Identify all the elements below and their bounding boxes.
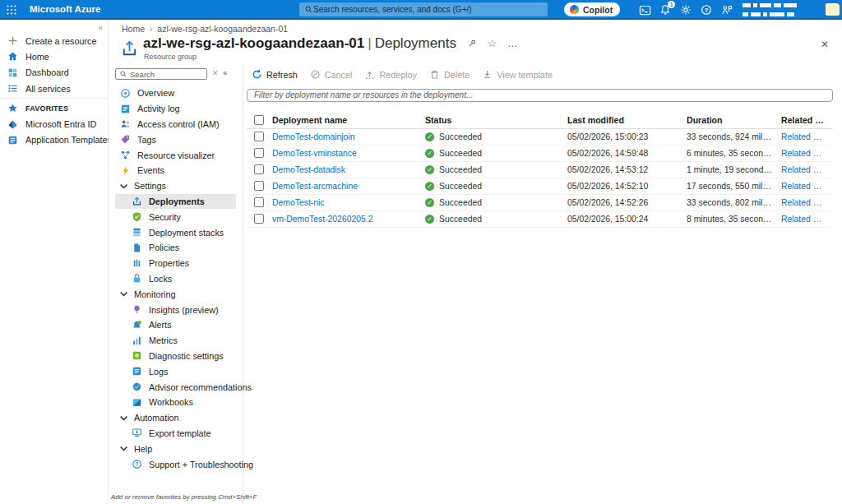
properties-icon xyxy=(132,258,142,269)
cancel-button[interactable]: Cancel xyxy=(310,69,353,80)
user-account-redacted[interactable] xyxy=(743,3,813,16)
notification-badge: 1 xyxy=(668,1,675,8)
cloud-shell-button[interactable] xyxy=(638,3,651,16)
deployment-name-link[interactable]: DemoTest-domainjoin xyxy=(272,132,425,141)
sidebar-item-create-a-resource[interactable]: Create a resource xyxy=(0,33,108,49)
application-templates-icon xyxy=(7,135,18,146)
related-events-link[interactable]: Related events xyxy=(781,198,833,207)
menu-search[interactable] xyxy=(115,68,207,80)
more-options-icon[interactable]: … xyxy=(507,39,518,49)
copilot-button[interactable]: Copilot xyxy=(564,2,620,16)
menu-item-alerts[interactable]: Alerts xyxy=(115,317,236,333)
row-checkbox[interactable] xyxy=(254,181,264,191)
menu-item-export-template[interactable]: Export template xyxy=(115,426,236,442)
collapse-sidebar-icon[interactable]: « xyxy=(98,23,103,32)
menu-item-metrics[interactable]: Metrics xyxy=(115,333,236,349)
menu-item-policies[interactable]: Policies xyxy=(115,240,236,256)
topbar-icons: 1 ? xyxy=(638,0,733,20)
row-checkbox[interactable] xyxy=(254,148,264,158)
last-modified: 05/02/2026, 14:52:26 xyxy=(567,198,687,207)
menu-group-help[interactable]: Help xyxy=(115,441,236,456)
menu-group-settings[interactable]: Settings xyxy=(115,178,236,194)
menu-item-workbooks[interactable]: Workbooks xyxy=(115,395,236,410)
sidebar-item-dashboard[interactable]: Dashboard xyxy=(0,65,108,81)
help-button[interactable]: ? xyxy=(700,3,713,16)
menu-item-diagnostic-settings[interactable]: Diagnostic settings xyxy=(115,349,236,364)
deployment-name-link[interactable]: DemoTest-nic xyxy=(272,198,425,207)
menu-item-tags[interactable]: Tags xyxy=(115,132,236,147)
col-deployment-name[interactable]: Deployment name xyxy=(272,115,425,125)
row-checkbox[interactable] xyxy=(254,197,264,207)
blade-header: Home › azl-we-rsg-azl-koogaandezaan-01 a… xyxy=(109,20,842,64)
favorite-star-icon[interactable]: ☆ xyxy=(488,39,497,49)
menu-item-logs[interactable]: Logs xyxy=(115,363,236,379)
settings-button[interactable] xyxy=(679,3,692,16)
related-events-link[interactable]: Related events xyxy=(781,215,833,224)
related-events-link[interactable]: Related events xyxy=(781,182,833,191)
related-events-link[interactable]: Related events xyxy=(781,165,833,174)
svg-text:?: ? xyxy=(705,7,709,14)
menu-item-activity-log[interactable]: Activity log xyxy=(115,101,236,117)
menu-item-resource-visualizer[interactable]: Resource visualizer xyxy=(115,147,236,163)
breadcrumb-home-link[interactable]: Home xyxy=(122,24,145,34)
support-icon: ? xyxy=(132,459,142,469)
col-status[interactable]: Status xyxy=(425,115,567,125)
brand[interactable]: Microsoft Azure xyxy=(30,4,100,14)
avatar[interactable] xyxy=(826,3,840,16)
table-row: vm-DemoTest-20260205.2 ✓Succeeded 05/02/… xyxy=(247,211,833,228)
select-all-checkbox[interactable] xyxy=(254,115,264,125)
duration: 1 minute, 19 seconds, 842 millise... xyxy=(687,165,781,174)
delete-button[interactable]: Delete xyxy=(429,69,470,80)
duration: 33 seconds, 802 milliseconds xyxy=(687,198,781,207)
succeeded-icon: ✓ xyxy=(425,198,434,207)
deployment-name-link[interactable]: DemoTest-datadisk xyxy=(272,165,425,174)
deployment-name-link[interactable]: vm-DemoTest-20260205.2 xyxy=(272,215,425,224)
global-search-input[interactable] xyxy=(313,3,548,16)
sidebar-item-all-services[interactable]: All services xyxy=(0,81,108,96)
notifications-button[interactable]: 1 xyxy=(659,3,672,16)
view-template-button[interactable]: View template xyxy=(482,69,553,80)
menu-item-insights-preview[interactable]: Insights (preview) xyxy=(115,302,236,317)
global-search[interactable] xyxy=(299,2,548,16)
menu-item-security[interactable]: Security xyxy=(115,209,236,224)
col-last-modified[interactable]: Last modified xyxy=(567,115,687,125)
refresh-button[interactable]: Refresh xyxy=(252,69,298,80)
row-checkbox[interactable] xyxy=(254,214,264,224)
clear-search-icon[interactable]: ✕ xyxy=(212,69,219,77)
menu-item-properties[interactable]: Properties xyxy=(115,256,236,271)
menu-item-deployment-stacks[interactable]: Deployment stacks xyxy=(115,224,236,240)
menu-item-access-control-iam[interactable]: Access control (IAM) xyxy=(115,117,236,132)
deployment-name-link[interactable]: DemoTest-vminstance xyxy=(272,149,425,158)
search-icon xyxy=(119,70,127,78)
close-blade-button[interactable]: ✕ xyxy=(821,39,829,50)
home-icon xyxy=(7,51,18,62)
row-checkbox[interactable] xyxy=(254,132,264,141)
pin-icon[interactable] xyxy=(467,39,477,49)
deployment-name-link[interactable]: DemoTest-arcmachine xyxy=(272,182,425,191)
menu-item-support-troubleshooting[interactable]: ? Support + Troubleshooting xyxy=(115,456,236,472)
row-checkbox[interactable] xyxy=(254,164,264,174)
filter-input[interactable] xyxy=(247,89,833,102)
sidebar-item-application-templates[interactable]: Application Templates xyxy=(0,132,108,148)
feedback-button[interactable] xyxy=(720,3,733,16)
menu-item-events[interactable]: Events xyxy=(115,163,236,178)
menu-search-input[interactable] xyxy=(127,70,206,79)
waffle-menu-button[interactable] xyxy=(6,4,17,16)
chevron-down-icon xyxy=(118,443,129,454)
menu-item-overview[interactable]: Overview xyxy=(115,86,236,101)
sidebar-item-home[interactable]: Home xyxy=(0,49,108,64)
menu-item-locks[interactable]: Locks xyxy=(115,271,236,287)
col-related-events[interactable]: Related events xyxy=(781,115,833,125)
redeploy-button[interactable]: Redeploy xyxy=(364,69,417,80)
events-icon xyxy=(120,165,131,176)
collapse-menu-icon[interactable]: « xyxy=(223,68,228,77)
menu-group-automation[interactable]: Automation xyxy=(115,410,236,426)
related-events-link[interactable]: Related events xyxy=(781,132,833,141)
menu-group-monitoring[interactable]: Monitoring xyxy=(115,286,236,302)
col-duration[interactable]: Duration xyxy=(687,115,781,125)
related-events-link[interactable]: Related events xyxy=(781,149,833,158)
deployments-icon xyxy=(132,196,142,206)
menu-item-advisor-recommendations[interactable]: Advisor recommendations xyxy=(115,379,236,395)
menu-item-deployments[interactable]: Deployments xyxy=(115,194,236,210)
sidebar-item-microsoft-entra-id[interactable]: Microsoft Entra ID xyxy=(0,116,108,132)
